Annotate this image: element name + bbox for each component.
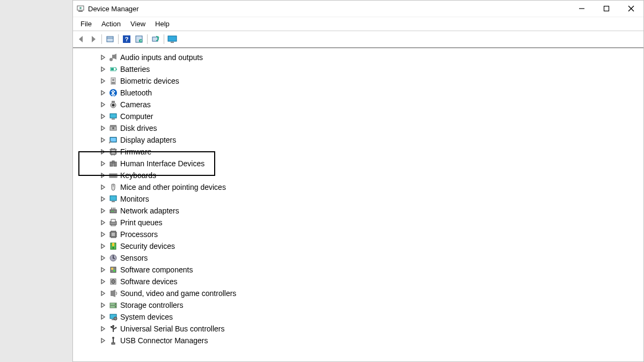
tree-node-processors[interactable]: Processors [84,228,643,240]
expand-icon[interactable] [100,78,106,84]
properties-button[interactable] [133,33,145,45]
expand-icon[interactable] [100,90,106,96]
tree-node-label: Biometric devices [120,77,179,85]
expand-icon[interactable] [100,326,106,332]
svg-rect-4 [604,6,609,11]
svg-point-106 [113,247,114,249]
expand-icon[interactable] [100,278,106,285]
tree-node-label: System devices [120,313,173,321]
tree-node-batteries[interactable]: Batteries [84,63,643,75]
tree-node-computer[interactable]: Computer [84,110,643,122]
biometric-icon [108,76,118,86]
tree-node-network[interactable]: Network adapters [84,205,643,217]
toolbar-separator [147,34,148,44]
expand-icon[interactable] [100,208,106,214]
expand-icon[interactable] [100,160,106,167]
tree-node-usbconn[interactable]: USB Connector Managers [84,335,643,346]
scan-hardware-button[interactable] [150,33,162,45]
tree-node-sound[interactable]: Sound, video and game controllers [84,287,643,299]
svg-rect-89 [112,237,113,238]
tree-node-label: Monitors [120,195,149,203]
svg-rect-39 [109,150,111,150]
tree-node-printqueues[interactable]: Print queues [84,217,643,228]
expand-icon[interactable] [100,137,106,143]
expand-icon[interactable] [100,149,106,155]
tree-node-sensors[interactable]: Sensors [84,252,643,264]
menu-view[interactable]: View [126,18,150,29]
tree-node-firmware[interactable]: Firmware [84,146,643,158]
svg-rect-71 [110,196,116,201]
tree-node-label: Keyboards [120,171,156,180]
expand-icon[interactable] [100,196,106,202]
tree-node-swdev[interactable]: Software devices [84,276,643,287]
tree-node-swcomp[interactable]: Software components [84,264,643,276]
tree-node-storage[interactable]: Storage controllers [84,299,643,311]
expand-icon[interactable] [100,219,106,226]
expand-icon[interactable] [100,302,106,308]
expand-icon[interactable] [100,54,106,61]
expand-icon[interactable] [100,243,106,249]
tree-node-label: Audio inputs and outputs [120,53,203,62]
tree-node-cameras[interactable]: Cameras [84,99,643,110]
svg-rect-7 [107,36,113,42]
tree-node-diskdrives[interactable]: Disk drives [84,122,643,134]
tree-node-display[interactable]: Display adapters [84,134,643,146]
tree-node-hid[interactable]: Human Interface Devices [84,158,643,169]
minimize-button[interactable] [569,1,594,16]
expand-icon[interactable] [100,255,106,261]
show-hidden-button[interactable] [104,33,116,45]
tree-node-usb[interactable]: Universal Serial Bus controllers [84,323,643,335]
tree-node-system[interactable]: System devices [84,311,643,323]
svg-rect-95 [116,234,117,235]
menu-file[interactable]: File [76,18,96,29]
expand-icon[interactable] [100,267,106,273]
svg-rect-20 [111,68,114,70]
tree-node-security[interactable]: Security devices [84,240,643,252]
tree-node-monitors[interactable]: Monitors [84,193,643,205]
tree-node-label: Universal Serial Bus controllers [120,324,225,333]
expand-icon[interactable] [100,66,106,72]
svg-point-124 [112,337,114,339]
svg-rect-15 [171,42,174,43]
svg-rect-84 [111,231,112,232]
maximize-button[interactable] [594,1,619,16]
close-button[interactable] [619,1,643,16]
device-tree[interactable]: Audio inputs and outputsBatteriesBiometr… [73,48,643,361]
menu-action[interactable]: Action [97,18,125,29]
svg-rect-66 [111,176,112,178]
monitor-button[interactable] [166,33,178,45]
help-button[interactable]: ? [121,33,133,45]
tree-node-label: Cameras [120,100,151,109]
tree-node-biometric[interactable]: Biometric devices [84,75,643,87]
expand-icon[interactable] [100,231,106,238]
svg-rect-61 [112,175,113,176]
menu-help[interactable]: Help [151,18,174,29]
cameras-icon [108,100,118,109]
tree-node-bluetooth[interactable]: Bluetooth [84,87,643,99]
tree-node-keyboards[interactable]: Keyboards [84,169,643,181]
menubar: File Action View Help [73,17,643,31]
expand-icon[interactable] [100,290,106,297]
svg-rect-32 [110,125,116,127]
svg-rect-19 [116,69,117,70]
printqueues-icon [108,218,118,227]
tree-node-audio[interactable]: Audio inputs and outputs [84,51,643,63]
diskdrives-icon [108,123,118,133]
expand-icon[interactable] [100,314,106,320]
nav-back-button[interactable] [75,33,87,45]
expand-icon[interactable] [100,113,106,120]
svg-rect-122 [111,326,112,328]
nav-forward-button[interactable] [87,33,99,45]
expand-icon[interactable] [100,337,106,344]
svg-point-116 [115,304,116,305]
tree-node-mice[interactable]: Mice and other pointing devices [84,181,643,193]
keyboards-icon [108,171,118,180]
expand-icon[interactable] [100,184,106,190]
svg-rect-90 [109,233,111,234]
svg-rect-76 [114,208,115,210]
expand-icon[interactable] [100,172,106,179]
svg-rect-105 [112,243,114,246]
expand-icon[interactable] [100,125,106,131]
titlebar: Device Manager [73,1,643,17]
expand-icon[interactable] [100,101,106,108]
